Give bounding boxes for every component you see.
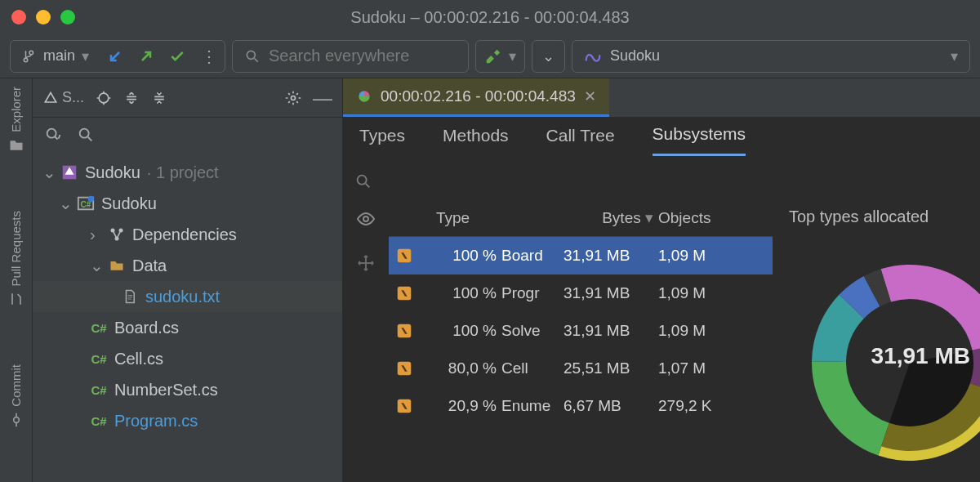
vcs-more-button[interactable]: ⋮ bbox=[194, 42, 223, 70]
tab-methods[interactable]: Methods bbox=[443, 126, 509, 155]
table-row[interactable]: 80,0 %Cell25,51 MB1,07 M bbox=[389, 350, 773, 387]
titlebar: Sudoku – 00:00:02.216 - 00:00:04.483 bbox=[0, 0, 980, 34]
settings-button[interactable] bbox=[285, 90, 301, 106]
hammer-icon[interactable] bbox=[484, 47, 502, 65]
minimize-window-button[interactable] bbox=[36, 10, 51, 25]
project-name: Sudoku bbox=[101, 194, 157, 213]
tab-label: 00:00:02.216 - 00:00:04.483 bbox=[381, 87, 576, 105]
rail-tab-explorer[interactable]: Explorer bbox=[9, 87, 23, 132]
file-label: Program.cs bbox=[114, 412, 198, 431]
profiler-gutter bbox=[343, 199, 389, 482]
table-row[interactable]: 20,9 %Enume6,67 MB279,2 K bbox=[389, 387, 773, 425]
profiler-view-tabs: Types Methods Call Tree Subsystems bbox=[343, 118, 980, 163]
branch-dropdown[interactable]: main ▾ bbox=[12, 42, 99, 70]
expand-icon bbox=[123, 90, 140, 106]
col-objects[interactable]: Objects bbox=[658, 209, 740, 227]
row-percent: 100 % bbox=[436, 284, 497, 302]
svg-point-14 bbox=[363, 216, 368, 221]
update-project-button[interactable] bbox=[100, 42, 130, 70]
svg-point-9 bbox=[88, 196, 94, 202]
row-percent: 20,9 % bbox=[436, 397, 497, 415]
file-label: Cell.cs bbox=[114, 350, 163, 368]
tab-subsystems[interactable]: Subsystems bbox=[653, 124, 746, 156]
main-toolbar: main ▾ ⋮ Search everywhere ▾ ⌄ Sudoku ▾ bbox=[0, 34, 980, 78]
donut-center-value: 31,91 MB bbox=[871, 343, 970, 369]
commit-button[interactable] bbox=[131, 42, 161, 70]
solution-view-label: S... bbox=[62, 89, 84, 106]
file-program-cs[interactable]: C# Program.cs bbox=[33, 405, 342, 436]
run-group: ▾ bbox=[475, 40, 525, 73]
donut-slice[interactable] bbox=[812, 361, 889, 455]
row-name: Progr bbox=[501, 284, 559, 302]
file-sudoku-txt[interactable]: sudoku.txt bbox=[33, 281, 342, 312]
data-folder-label: Data bbox=[132, 257, 167, 275]
row-objects: 1,09 M bbox=[658, 284, 740, 302]
profiler-snapshot-tab[interactable]: 00:00:02.216 - 00:00:04.483 ✕ bbox=[343, 78, 609, 117]
chevron-right-icon: › bbox=[90, 225, 101, 244]
close-tab-button[interactable]: ✕ bbox=[584, 87, 596, 105]
search-icon bbox=[354, 172, 372, 190]
row-bytes: 31,91 MB bbox=[564, 284, 653, 302]
table-row[interactable]: 100 %Board31,91 MB1,09 M bbox=[389, 237, 773, 274]
zoom-window-button[interactable] bbox=[60, 10, 75, 25]
file-numberset-cs[interactable]: C# NumberSet.cs bbox=[33, 374, 342, 405]
rail-tab-pull-requests[interactable]: Pull Requests bbox=[9, 211, 23, 287]
table-row[interactable]: 100 %Progr31,91 MB1,09 M bbox=[389, 274, 773, 312]
chevron-down-icon: ⌄ bbox=[59, 194, 70, 213]
csharp-project-icon: C# bbox=[77, 194, 95, 212]
tab-types[interactable]: Types bbox=[359, 126, 405, 155]
table-row[interactable]: 100 %Solve31,91 MB1,09 M bbox=[389, 312, 773, 350]
project-node[interactable]: ⌄ C# Sudoku bbox=[33, 188, 342, 219]
table-header: Type Bytes ▾ Objects bbox=[389, 199, 773, 237]
namespace-icon bbox=[395, 397, 431, 415]
profiler-search[interactable] bbox=[343, 163, 980, 199]
rail-tab-commit[interactable]: Commit bbox=[9, 364, 23, 407]
search-everywhere[interactable]: Search everywhere bbox=[232, 40, 469, 73]
search-icon[interactable] bbox=[77, 126, 95, 144]
file-board-cs[interactable]: C# Board.cs bbox=[33, 312, 342, 343]
pull-request-icon bbox=[8, 291, 24, 307]
tab-call-tree[interactable]: Call Tree bbox=[546, 126, 615, 155]
push-button[interactable] bbox=[163, 42, 192, 70]
run-config-name: Sudoku bbox=[610, 47, 660, 65]
move-icon[interactable] bbox=[356, 253, 376, 273]
collapse-all-button[interactable] bbox=[151, 90, 167, 106]
expand-all-button[interactable] bbox=[123, 90, 140, 106]
csharp-file-icon: C# bbox=[90, 319, 108, 337]
data-folder-node[interactable]: ⌄ Data bbox=[33, 250, 342, 281]
dependencies-label: Dependencies bbox=[132, 225, 237, 244]
run-more-group[interactable]: ⌄ bbox=[532, 40, 565, 73]
row-name: Solve bbox=[501, 322, 559, 340]
sync-icon[interactable] bbox=[44, 126, 62, 144]
main-area: Explorer Pull Requests Commit S... bbox=[0, 78, 980, 482]
top-types-panel: Top types allocated 31,91 MB bbox=[773, 199, 980, 482]
chevron-down-icon: ⌄ bbox=[542, 47, 555, 65]
namespace-icon bbox=[395, 247, 431, 265]
solution-view-dropdown[interactable]: S... bbox=[42, 89, 84, 106]
file-label: Board.cs bbox=[114, 319, 179, 337]
solution-node[interactable]: ⌄ Sudoku · 1 project bbox=[33, 157, 342, 188]
folder-icon bbox=[108, 257, 126, 274]
hide-panel-button[interactable]: — bbox=[313, 87, 332, 109]
col-type[interactable]: Type bbox=[436, 209, 559, 227]
chevron-down-icon[interactable]: ▾ bbox=[509, 47, 516, 65]
col-bytes[interactable]: Bytes ▾ bbox=[564, 208, 653, 227]
close-window-button[interactable] bbox=[11, 10, 26, 25]
row-name: Enume bbox=[501, 397, 559, 415]
arrow-up-right-icon bbox=[138, 48, 154, 65]
row-objects: 279,2 K bbox=[658, 397, 740, 415]
eye-icon[interactable] bbox=[356, 209, 376, 229]
row-bytes: 31,91 MB bbox=[564, 247, 653, 265]
gear-icon bbox=[285, 90, 301, 106]
file-cell-cs[interactable]: C# Cell.cs bbox=[33, 343, 342, 374]
chevron-down-icon: ⌄ bbox=[42, 163, 54, 182]
row-name: Cell bbox=[501, 359, 559, 377]
profiler-body: Type Bytes ▾ Objects 100 %Board31,91 MB1… bbox=[343, 163, 980, 482]
run-config-dropdown[interactable]: Sudoku ▾ bbox=[572, 40, 970, 73]
row-name: Board bbox=[501, 247, 559, 265]
sort-desc-icon: ▾ bbox=[645, 209, 653, 226]
locate-button[interactable] bbox=[96, 90, 112, 106]
dependencies-node[interactable]: › Dependencies bbox=[33, 219, 342, 250]
file-label: NumberSet.cs bbox=[114, 381, 218, 399]
svg-point-5 bbox=[80, 129, 89, 138]
